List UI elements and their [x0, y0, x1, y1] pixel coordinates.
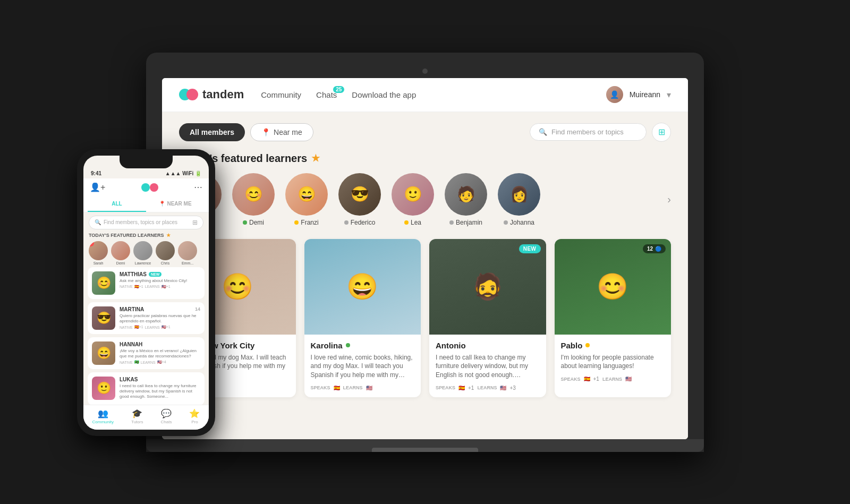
phone-avatar-sarah[interactable]: ✕ Sarah — [89, 241, 108, 265]
main-content: All members 📍 Near me 🔍 Find members or … — [162, 112, 688, 439]
laptop-mockup: tandem Community Chats 25 Download the a… — [146, 53, 704, 452]
member-card-pablo[interactable]: 😊 12 🔵 Pablo I'm looking for peop — [555, 239, 672, 397]
phone-menu-icon[interactable]: ⋯ — [194, 182, 202, 192]
member-cards-grid: 😊 ...to New York City hiking, and my dog… — [179, 239, 671, 397]
phone-tab-all[interactable]: ALL — [88, 197, 146, 212]
filter-left: All members 📍 Near me — [179, 123, 313, 141]
nav-chats[interactable]: Chats 25 — [316, 90, 337, 99]
phone-tabs: ALL 📍NEAR ME — [83, 197, 209, 212]
phone-avatar-chris[interactable]: Chris — [156, 241, 175, 265]
nav-links: Community Chats 25 Download the app — [261, 90, 606, 99]
card-image-wrapper-antonio: 🧔 NEW — [429, 239, 546, 335]
status-dot-lea — [404, 220, 409, 225]
card-image-wrapper-karolina: 😄 — [304, 239, 421, 335]
phone-member-matthias[interactable]: 😊 MATTHIAS NEW Ask me anything about Mex… — [88, 267, 205, 299]
phone-logo — [141, 182, 158, 193]
chats-badge: 25 — [333, 86, 344, 93]
phone-nav-pro[interactable]: ⭐ Pro — [189, 408, 200, 424]
filter-sliders-icon: ⊞ — [658, 127, 665, 137]
logo-text: tandem — [202, 88, 244, 101]
phone-members-list: 😊 MATTHIAS NEW Ask me anything about Mex… — [83, 267, 209, 405]
nav-right: 👤 Muireann ▾ — [606, 86, 671, 103]
phone-tab-near[interactable]: 📍NEAR ME — [146, 197, 205, 212]
phone-filter-icon[interactable]: ⊞ — [192, 219, 198, 226]
user-name: Muireann — [630, 90, 660, 99]
phone-featured-label: TODAY'S FEATURED LEARNERS ★ — [89, 233, 203, 238]
karolina-status — [346, 343, 350, 347]
phone-avatar-lawrence[interactable]: Lawrence — [133, 241, 152, 265]
featured-avatars-row: 👤 ...as 😊 Demi 😄 Fra — [179, 173, 671, 226]
avatar-item-franzi[interactable]: 😄 Franzi — [285, 173, 328, 226]
phone-member-hannah[interactable]: 😄 HANNAH ¡Me voy a México en el verano! … — [88, 337, 205, 369]
avatar-item-benjamin[interactable]: 🧑 Benjamin — [445, 173, 487, 226]
phone-mockup: 9:41 ▲▲▲ WiFi 🔋 👤+ ⋯ ALL 📍NEAR ME — [77, 149, 215, 436]
pablo-status — [585, 343, 590, 347]
search-icon: 🔍 — [539, 128, 547, 136]
card-body-pablo: Pablo I'm looking for people passionate … — [555, 335, 672, 389]
phone-avatars-row: ✕ Sarah Demi Lawrence Chris — [89, 241, 203, 265]
avatar-item-demi[interactable]: 😊 Demi — [232, 173, 275, 226]
status-dot-johanna — [504, 220, 508, 225]
avatar-item-lea[interactable]: 🙂 Lea — [392, 173, 434, 226]
nav-download[interactable]: Download the app — [352, 90, 416, 99]
antonio-new-badge: NEW — [519, 244, 541, 253]
phone-search-icon: 🔍 — [95, 219, 101, 225]
phone-avatar-demi[interactable]: Demi — [111, 241, 130, 265]
card-body-karolina: Karolina I love red wine, comic books, h… — [304, 335, 421, 397]
filter-icon-button[interactable]: ⊞ — [652, 123, 671, 142]
phone-notch — [120, 156, 173, 168]
user-avatar: 👤 — [606, 86, 623, 103]
phone-signals: ▲▲▲ WiFi 🔋 — [165, 170, 201, 176]
logo: tandem — [179, 85, 244, 104]
near-me-button[interactable]: 📍 Near me — [250, 123, 313, 141]
member-card-karolina[interactable]: 😄 Karolina I love red wine, comic books,… — [304, 239, 421, 397]
logo-icon — [179, 85, 198, 104]
status-dot-benjamin — [449, 220, 454, 225]
avatar-item-federico[interactable]: 😎 Federico — [338, 173, 381, 226]
phone-featured-section: TODAY'S FEATURED LEARNERS ★ ✕ Sarah Demi — [83, 233, 209, 265]
phone-status-bar: 9:41 ▲▲▲ WiFi 🔋 — [83, 170, 209, 178]
laptop-camera — [422, 69, 428, 74]
laptop-screen: tandem Community Chats 25 Download the a… — [162, 78, 688, 439]
phone-time: 9:41 — [91, 170, 101, 176]
phone-profile-icon[interactable]: 👤+ — [90, 182, 105, 192]
nav-community[interactable]: Community — [261, 90, 301, 99]
phone-nav-community[interactable]: 👥 Community — [92, 408, 114, 424]
star-icon: ★ — [311, 152, 320, 164]
phone-search-placeholder: Find members, topics or places — [104, 219, 177, 225]
phone-member-lukas[interactable]: 🙂 LUKAS I need to call Ikea to change my… — [88, 372, 205, 405]
status-dot-franzi — [294, 220, 299, 225]
member-card-antonio[interactable]: 🧔 NEW Antonio I need to call Ikea to cha… — [429, 239, 546, 397]
status-dot-federico — [344, 220, 348, 225]
main-nav: tandem Community Chats 25 Download the a… — [162, 78, 688, 112]
card-body-antonio: Antonio I need to call Ikea to change my… — [429, 335, 546, 397]
location-icon: 📍 — [261, 128, 270, 136]
phone-nav-chats[interactable]: 💬 Chats — [160, 408, 172, 424]
laptop-base — [146, 439, 704, 452]
phone-search-bar[interactable]: 🔍 Find members, topics or places ⊞ — [89, 216, 203, 229]
search-placeholder: Find members or topics — [551, 128, 624, 136]
filter-bar: All members 📍 Near me 🔍 Find members or … — [179, 123, 671, 142]
all-members-button[interactable]: All members — [179, 123, 245, 141]
user-dropdown-icon[interactable]: ▾ — [667, 90, 671, 100]
status-dot-demi — [243, 220, 247, 225]
phone-member-martina[interactable]: 😎 MARTINA 14 Quiero practicar palabras n… — [88, 302, 205, 334]
filter-right: 🔍 Find members or topics ⊞ — [530, 123, 671, 142]
phone-nav-bar: 👤+ ⋯ — [83, 178, 209, 197]
phone-avatar-remove[interactable]: ✕ — [89, 241, 94, 246]
search-box[interactable]: 🔍 Find members or topics — [530, 123, 647, 141]
avatar-item-johanna[interactable]: 👩 Johanna — [498, 173, 540, 226]
card-image-wrapper-pablo: 😊 12 🔵 — [555, 239, 672, 335]
carousel-next-button[interactable]: › — [667, 193, 671, 206]
phone-avatar-emm[interactable]: Emm... — [178, 241, 197, 265]
phone-bottom-nav: 👥 Community 🎓 Tutors 💬 Chats ⭐ Pro — [83, 405, 209, 430]
logo-circle-right — [186, 89, 198, 100]
featured-heading: Today's featured learners ★ — [179, 152, 671, 165]
pablo-count-badge: 12 🔵 — [643, 244, 666, 253]
phone-nav-tutors[interactable]: 🎓 Tutors — [131, 408, 143, 424]
